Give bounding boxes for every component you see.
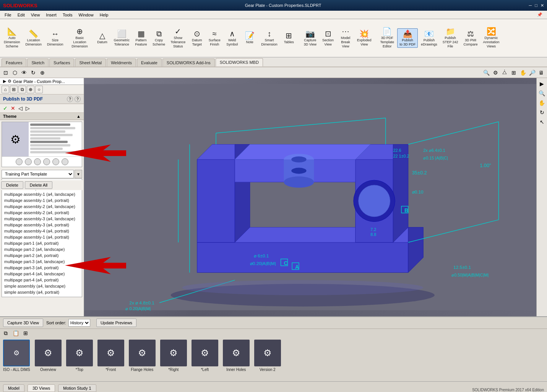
weld-symbol-btn[interactable]: ∧WeldSymbol <box>224 28 240 48</box>
menu-tools[interactable]: Tools <box>60 12 76 18</box>
cancel-btn[interactable]: ✕ <box>11 105 15 111</box>
search-btn[interactable]: 🔍 <box>482 68 490 77</box>
template-item-simple-asm-let-l[interactable]: simple assembly (letter, landscape) <box>2 295 82 297</box>
template-item-mp-part-1-a4-p[interactable]: multipage part-1 (a4, portrait) <box>2 240 82 246</box>
smart-dimension-btn[interactable]: ↕SmartDimension <box>259 28 280 48</box>
update-previews-btn[interactable]: Update Previews <box>96 319 136 327</box>
theme-icon-6[interactable] <box>62 158 68 165</box>
view-left[interactable]: ⚙ *Left <box>192 340 218 372</box>
confirm-btn[interactable]: ✓ <box>3 105 8 111</box>
view-display-btn[interactable]: ⬡ <box>11 68 19 77</box>
publish-step-btn[interactable]: 📁PublishSTEP 242File <box>440 26 461 50</box>
forward-arrow-btn[interactable]: ▷ <box>26 105 30 111</box>
view-flange-holes[interactable]: ⚙ Flange Holes <box>129 340 156 372</box>
right-view-btn[interactable]: ▶ <box>538 80 546 88</box>
template-item-mp-asm-3-a4-p[interactable]: multipage assembly-3 (a4, portrait) <box>2 222 82 228</box>
snap-btn[interactable]: ⊕ <box>38 68 47 77</box>
back-arrow-btn[interactable]: ◁ <box>18 105 23 111</box>
note-btn[interactable]: 📝Note <box>241 30 258 46</box>
status-tab-model[interactable]: Model <box>3 384 24 392</box>
exploded-view-btn[interactable]: 💥ExplodedView <box>355 28 374 48</box>
view-iso-all-dims[interactable]: ⚙ ISO - ALL DIMS <box>3 340 30 372</box>
maximize-btn[interactable]: □ <box>535 3 537 8</box>
template-item-simple-asm-a4-p[interactable]: simple assembly (a4, portrait) <box>2 289 82 295</box>
size-dimension-btn[interactable]: ↔SizeDimension <box>45 28 66 48</box>
tab-mbd[interactable]: SOLIDWORKS MBD <box>216 58 263 67</box>
template-item-mp-asm-2-a4-p[interactable]: multipage assembly-2 (a4, portrait) <box>2 210 82 216</box>
capture-3d-view-btn[interactable]: Capture 3D View <box>3 319 43 327</box>
tab-features[interactable]: Features <box>2 59 26 67</box>
rotate-btn[interactable]: ↻ <box>29 68 37 77</box>
view-overview[interactable]: ⚙ Overview <box>35 340 62 372</box>
help2-icon[interactable]: ? <box>75 96 81 102</box>
template-item-mp-part-3-a4-l[interactable]: multipage part-3 (a4, landscape) <box>2 259 82 265</box>
circle-btn[interactable]: ○ <box>35 86 43 93</box>
menu-help[interactable]: Help <box>97 12 112 18</box>
theme-icon-1[interactable] <box>16 158 23 165</box>
zoom-btn[interactable]: 🔎 <box>528 68 536 77</box>
tab-addins[interactable]: SOLIDWORKS Add-Ins <box>162 59 215 67</box>
template-item-mp-asm-1-a4-p2[interactable]: multipage assembly-1 (a4, portrait) <box>2 234 82 240</box>
tab-evaluate[interactable]: Evaluate <box>137 59 162 67</box>
menu-view[interactable]: View <box>28 12 43 18</box>
template-item-mp-asm-4-a4-p[interactable]: multipage assembly-4 (a4, portrait) <box>2 228 82 234</box>
tables-btn[interactable]: ⊞Tables <box>281 30 297 46</box>
pan-btn[interactable]: ✋ <box>519 68 527 77</box>
geometric-tolerance-btn[interactable]: ⬜GeometricTolerance <box>112 28 132 48</box>
publish-3d-pdf-btn[interactable]: 📤Publishto 3D PDF <box>397 28 418 48</box>
help-icon[interactable]: ? <box>67 96 73 102</box>
auto-dimension-btn[interactable]: 📐AutoDimensionScheme <box>2 26 23 50</box>
menu-edit[interactable]: Edit <box>15 12 28 18</box>
right-zoom-btn[interactable]: 🔍 <box>538 89 546 98</box>
theme-icon-2[interactable] <box>25 158 32 165</box>
right-rotate-btn[interactable]: ↻ <box>538 108 546 117</box>
template-item-mp-asm-2-a4-l[interactable]: multipage assembly-2 (a4, landscape) <box>2 203 82 210</box>
settings-btn[interactable]: ⚙ <box>491 68 500 77</box>
model-break-btn[interactable]: ⋯ModelBreakView <box>337 26 354 50</box>
basic-location-btn[interactable]: ⊕Basic LocationDimension <box>67 26 93 50</box>
layers-btn[interactable]: ⧉ <box>18 86 26 93</box>
view-inner-holes[interactable]: ⚙ Inner Holes <box>223 340 250 372</box>
hide-show-btn[interactable]: 👁 <box>20 68 28 77</box>
expand-btn[interactable]: ⊞ <box>510 68 518 77</box>
3dpmi-compare-btn[interactable]: ⚖3D PMICompare <box>461 28 480 48</box>
viewport[interactable]: 35±0.2 ⌀0.10 1.00" 2x ⌀6.4±0.1 ⌀0.15 |A|… <box>84 78 536 316</box>
template-item-mp-part-3-a4-p[interactable]: multipage part-3 (a4, portrait) <box>2 265 82 271</box>
view3d-btn[interactable]: 🖥 <box>537 68 545 77</box>
view-version2[interactable]: ⚙ Version 2 <box>254 340 281 372</box>
right-select-btn[interactable]: ↖ <box>538 118 546 126</box>
menu-file[interactable]: File <box>2 12 15 18</box>
pin-icon[interactable]: 📌 <box>534 11 545 18</box>
tab-surfaces[interactable]: Surfaces <box>49 59 74 67</box>
publish-edrawings-btn[interactable]: 📧PublisheDrawings <box>419 28 440 48</box>
tab-sheet-metal[interactable]: Sheet Metal <box>75 59 106 67</box>
pattern-feature-btn[interactable]: ▦PatternFeature <box>133 28 149 48</box>
view-right[interactable]: ⚙ *Right <box>160 340 187 372</box>
template-item-mp-part-2-a4-l[interactable]: multipage part-2 (a4, landscape) <box>2 246 82 252</box>
location-dimension-btn[interactable]: 📏LocationDimension <box>23 28 44 48</box>
datum-target-btn[interactable]: ⊙DatumTarget <box>188 28 205 48</box>
bar-icon-1[interactable]: ⧉ <box>2 329 10 337</box>
section-view-btn[interactable]: ⊡SectionView <box>320 28 336 48</box>
datum-btn[interactable]: △Datum <box>94 30 111 46</box>
bar-icon-3[interactable]: ⊞ <box>21 329 30 337</box>
theme-icon-3[interactable] <box>34 158 41 165</box>
grid-btn[interactable]: ⊞ <box>10 86 18 93</box>
template-item-simple-asm-a4-l[interactable]: simple assembly (a4, landscape) <box>2 283 82 289</box>
close-btn[interactable]: ✕ <box>541 3 544 8</box>
tab-weldments[interactable]: Weldments <box>107 59 136 67</box>
capture-3d-btn[interactable]: 📷Capture3D View <box>302 28 319 48</box>
menu-window[interactable]: Window <box>76 12 97 18</box>
template-item-mp-part-4-a4-l[interactable]: multipage part-4 (a4, landscape) <box>2 271 82 277</box>
tab-sketch[interactable]: Sketch <box>27 59 49 67</box>
status-tab-3dviews[interactable]: 3D Views <box>28 384 55 392</box>
template-arrow-btn[interactable]: ▼ <box>75 170 82 178</box>
right-pan-btn[interactable]: ✋ <box>538 99 546 107</box>
view-orientation-btn[interactable]: ⊡ <box>2 68 10 77</box>
template-item-mp-part-4-a4-p[interactable]: multipage part-4 (a4, portrait) <box>2 277 82 283</box>
filter-btn[interactable]: ⧊ <box>500 68 509 77</box>
delete-all-btn[interactable]: Delete All <box>25 181 52 189</box>
surface-finish-btn[interactable]: ≈SurfaceFinish <box>206 28 223 48</box>
view-top[interactable]: ⚙ *Top <box>66 340 93 372</box>
3dpdf-template-btn[interactable]: 📄3D PDFTemplateEditor <box>378 26 397 50</box>
